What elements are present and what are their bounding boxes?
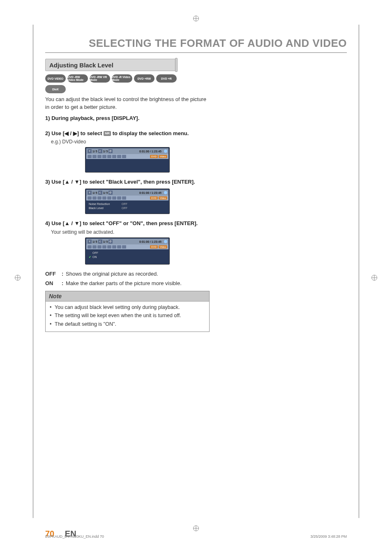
osd-tag-dvd: DVD <box>150 155 158 158</box>
arrow-sep: / <box>70 179 74 185</box>
step-1: 1) During playback, press [DISPLAY]. <box>45 115 210 122</box>
osd-chapter-counter: 1/ 5 <box>103 191 108 194</box>
arrow-sep: / <box>69 130 73 136</box>
osd-off-label: OFF <box>92 251 98 255</box>
osd-tag-video: Video <box>159 155 167 158</box>
step-2-post: to display the selection menu. <box>113 130 189 136</box>
osd-on-label: ON <box>92 255 97 259</box>
osd-icon-row: DVD Video <box>86 154 168 159</box>
osd-ic <box>117 245 121 249</box>
osd-ic <box>92 245 97 249</box>
step-3-pre: 3) Use [ <box>45 179 65 185</box>
osd-time: 0:01:00 / 1:23:45 <box>139 150 161 153</box>
osd-chapter-chip: C <box>98 149 102 153</box>
footer-date: 3/25/2009 3:48:28 PM <box>310 534 347 539</box>
osd-tag-video: Video <box>159 196 167 200</box>
osd-title-counter: 1/ 5 <box>92 240 97 243</box>
arrow-down-icon: ▼ <box>74 179 80 185</box>
step-4-pre: 4) Use [ <box>45 220 65 226</box>
definition-on: ON : Make the darker parts of the pictur… <box>45 280 210 288</box>
osd-ic <box>102 155 106 158</box>
osd-title-counter: 1/ 5 <box>92 191 97 194</box>
media-compat-row: DVD VIDEO DVD -RW Video Mode DVD -RW VR … <box>45 74 210 83</box>
osd-menu-noise-reduction: Noise Reduction OFF <box>89 202 166 206</box>
osd-menu-black-level: Black Level OFF <box>89 206 166 210</box>
colon: : <box>62 270 66 278</box>
osd-bl-value: OFF <box>122 206 127 210</box>
arrow-up-icon: ▲ <box>65 220 70 226</box>
osd-top-row: T 1/ 5 C 1/ 5 ⏱ 0:01:00 / 1:23:45 <box>86 148 168 154</box>
osd-icon-row: DVD Video <box>86 244 168 249</box>
osd-ic <box>97 196 101 200</box>
colon: : <box>62 280 66 288</box>
def-off-key: OFF <box>45 270 62 278</box>
footer-meta: E9PKAUD_DVR620KU_EN.indd 70 3/25/2009 3:… <box>45 534 347 539</box>
osd-ic <box>107 155 111 158</box>
osd-ic <box>88 245 92 249</box>
osd-chapter-chip: C <box>98 240 102 244</box>
step-4-post: ] to select "OFF" or "ON", then press [E… <box>80 220 198 226</box>
osd-title-chip: T <box>88 240 92 244</box>
osd-ic <box>122 155 126 158</box>
osd-tag-video: Video <box>159 245 167 249</box>
registration-mark-bottom <box>193 525 199 531</box>
osd-clock-icon: ⏱ <box>108 240 113 244</box>
step-3-post: ] to select "Black Level", then press [E… <box>80 179 195 185</box>
osd-ic <box>117 155 121 158</box>
page-content: SELECTING THE FORMAT OF AUDIO AND VIDEO … <box>45 37 347 506</box>
osd-media-tag: DVD Video <box>150 155 167 158</box>
osd-chapter-counter: 1/ 5 <box>103 240 108 243</box>
osd-ic <box>97 245 101 249</box>
osd-screenshot-3: T 1/ 5 C 1/ 5 ⏱ 0:01:00 / 1:23:45 <box>85 237 170 265</box>
note-box: Note You can adjust black level setting … <box>45 291 210 332</box>
osd-body <box>86 159 168 171</box>
osd-ic <box>88 196 92 200</box>
step-2-pre: 2) Use [ <box>45 130 65 136</box>
def-off-val: Shows the original picture as recorded. <box>66 270 210 278</box>
osd-ic <box>92 155 97 158</box>
page-title: SELECTING THE FORMAT OF AUDIO AND VIDEO <box>45 37 347 53</box>
media-badge: DVD -R Video Mode <box>112 74 132 83</box>
check-icon: ✔ <box>89 255 91 259</box>
registration-mark-right <box>371 275 377 281</box>
note-item: The default setting is "ON". <box>50 321 205 328</box>
osd-ic <box>97 155 101 158</box>
nr-icon: NR <box>104 131 111 136</box>
osd-disc-icon <box>164 150 167 153</box>
osd-clock-icon: ⏱ <box>108 191 113 195</box>
osd-ic <box>102 196 106 200</box>
step-4-sub: Your setting will be activated. <box>51 229 210 235</box>
footer-file: E9PKAUD_DVR620KU_EN.indd 70 <box>45 534 104 539</box>
definition-off: OFF : Shows the original picture as reco… <box>45 270 210 278</box>
note-item: You can adjust black level setting only … <box>50 304 205 311</box>
arrow-down-icon: ▼ <box>74 220 80 226</box>
osd-title-counter: 1/ 5 <box>92 150 97 153</box>
osd-option-on: ✔ON <box>89 255 166 259</box>
osd-top-row: T 1/ 5 C 1/ 5 ⏱ 0:01:00 / 1:23:45 <box>86 239 168 244</box>
osd-media-tag: DVD Video <box>150 245 167 249</box>
intro-text: You can adjust the black level to contro… <box>45 96 210 111</box>
section-heading-bar: Adjusting Black Level <box>45 59 177 71</box>
note-item: The setting will be kept even when the u… <box>50 312 205 320</box>
osd-ic <box>117 196 121 200</box>
media-badge: DVD -RW Video Mode <box>67 74 88 83</box>
manual-page: SELECTING THE FORMAT OF AUDIO AND VIDEO … <box>0 0 392 555</box>
media-badge-divx: DivX <box>45 85 66 93</box>
osd-icon-row: DVD Video <box>86 196 168 200</box>
osd-disc-icon <box>164 191 167 194</box>
osd-ic <box>112 196 116 200</box>
arrow-left-icon: ◀ <box>65 130 69 136</box>
def-on-val: Make the darker parts of the picture mor… <box>66 280 210 288</box>
osd-nr-label: Noise Reduction <box>89 202 122 206</box>
osd-clock-icon: ⏱ <box>108 149 113 153</box>
step-2: 2) Use [◀ / ▶] to select NR to display t… <box>45 130 210 138</box>
section-heading-text: Adjusting Black Level <box>49 59 113 71</box>
step-4: 4) Use [▲ / ▼] to select "OFF" or "ON", … <box>45 220 210 228</box>
left-column: Adjusting Black Level DVD VIDEO DVD -RW … <box>45 59 210 332</box>
osd-tag-dvd: DVD <box>150 196 158 200</box>
osd-ic <box>102 245 106 249</box>
osd-ic <box>88 155 92 158</box>
note-heading: Note <box>46 291 209 302</box>
osd-ic <box>112 155 116 158</box>
osd-time: 0:01:00 / 1:23:45 <box>139 240 161 243</box>
